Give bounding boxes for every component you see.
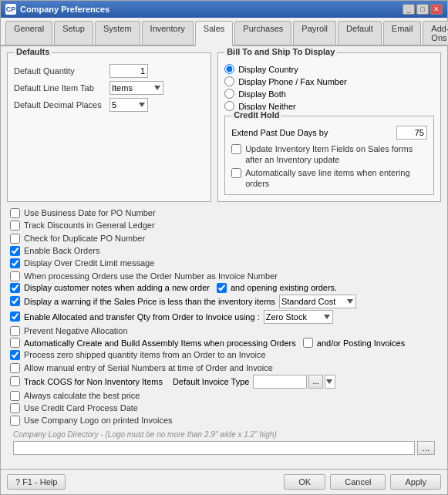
display-warning-label: Display a warning if the Sales Price is … <box>24 297 275 306</box>
display-neither-label: Display Neither <box>238 102 296 111</box>
invoice-type-dropdown-button[interactable] <box>325 375 335 389</box>
prevent-negative-label: Prevent Negative Allocation <box>24 325 128 336</box>
display-customer-notes-label: Display customer notes when adding a new… <box>24 283 210 292</box>
credit-card-date-checkbox[interactable] <box>10 403 20 413</box>
help-button[interactable]: ? F1 - Help <box>7 474 66 490</box>
allow-manual-serial-label: Allow manual entry of Serial Numbers at … <box>24 362 273 373</box>
auto-save-line-items-checkbox[interactable] <box>231 168 241 178</box>
credit-hold-group: Credit Hold Extend Past Due Days by Upda… <box>224 116 434 195</box>
close-button[interactable]: ✕ <box>430 4 443 15</box>
default-line-item-label: Default Line Item Tab <box>14 83 106 93</box>
display-warning-checkbox[interactable] <box>10 296 20 306</box>
posting-invoices-checkbox[interactable] <box>303 338 313 348</box>
best-price-label: Always calculate the best price <box>24 390 140 401</box>
checkboxes-section: Use Business Date for PO Number Track Di… <box>7 207 441 455</box>
tab-email[interactable]: Email <box>383 21 422 45</box>
display-country-label: Display Country <box>238 65 298 74</box>
tab-addons[interactable]: Add-Ons <box>423 21 448 45</box>
defaults-title: Defaults <box>14 47 52 56</box>
prevent-negative-checkbox[interactable] <box>10 326 20 336</box>
minimize-button[interactable]: _ <box>403 4 415 15</box>
display-customer-notes-checkbox[interactable] <box>10 283 20 293</box>
enable-back-orders-checkbox[interactable] <box>10 246 20 256</box>
company-logo-checkbox[interactable] <box>10 416 20 426</box>
enable-back-orders-label: Enable Back Orders <box>24 245 99 256</box>
track-discounts-checkbox[interactable] <box>10 221 20 231</box>
use-business-date-label: Use Business Date for PO Number <box>24 207 156 218</box>
title-bar: CP Company Preferences _ □ ✕ <box>1 1 447 18</box>
enable-allocated-label: Enable Allocated and transfer Qty from O… <box>24 312 260 322</box>
ok-button[interactable]: OK <box>284 474 325 490</box>
tab-setup[interactable]: Setup <box>54 21 93 45</box>
posting-invoices-label: and/or Posting Invoices <box>317 338 405 348</box>
apply-button[interactable]: Apply <box>390 474 441 490</box>
cancel-button[interactable]: Cancel <box>330 474 386 490</box>
help-icon: ? <box>15 477 20 487</box>
tab-general[interactable]: General <box>5 21 52 45</box>
update-inventory-label: Update Inventory Item Fields on Sales fo… <box>245 143 427 166</box>
check-duplicate-po-label: Check for Duplicate PO Number <box>24 233 145 244</box>
default-decimal-label: Default Decimal Places <box>14 100 106 109</box>
tab-default[interactable]: Default <box>338 21 382 45</box>
title-buttons: _ □ ✕ <box>403 4 443 15</box>
track-cogs-label: Track COGS for Non Inventory Items <box>24 377 163 386</box>
display-both-radio[interactable] <box>224 89 234 99</box>
display-both-label: Display Both <box>238 89 286 99</box>
opening-existing-orders-checkbox[interactable] <box>217 283 227 293</box>
credit-hold-title: Credit Hold <box>231 110 281 120</box>
company-logo-label: Use Company Logo on printed Invoices <box>24 415 173 426</box>
maximize-button[interactable]: □ <box>416 4 429 15</box>
use-order-number-label: When processing Orders use the Order Num… <box>24 271 278 281</box>
logo-directory-label: Company Logo Directory - (Logo must be n… <box>13 430 435 439</box>
tab-purchases[interactable]: Purchases <box>234 21 291 45</box>
logo-path-input[interactable] <box>13 441 415 455</box>
check-duplicate-po-checkbox[interactable] <box>10 234 20 244</box>
auto-create-assembly-checkbox[interactable] <box>10 338 20 348</box>
auto-create-assembly-label: Automatically Create and Build Assembly … <box>24 338 296 348</box>
track-cogs-checkbox[interactable] <box>10 376 20 386</box>
invoice-type-browse-button[interactable]: ... <box>308 375 322 389</box>
warning-cost-select[interactable]: Standard Cost Average Cost Last Cost <box>279 295 356 308</box>
track-discounts-label: Track Discounts in General Ledger <box>24 220 155 231</box>
content-area: Defaults Default Quantity Default Line I… <box>1 46 447 469</box>
use-order-number-checkbox[interactable] <box>10 271 20 281</box>
bill-to-group: Bill To and Ship To Display Display Coun… <box>217 52 441 202</box>
app-icon: CP <box>5 4 16 15</box>
tab-system[interactable]: System <box>95 21 140 45</box>
display-phone-radio[interactable] <box>224 76 234 86</box>
defaults-group: Defaults Default Quantity Default Line I… <box>7 52 211 202</box>
main-window: CP Company Preferences _ □ ✕ General Set… <box>0 0 448 495</box>
update-inventory-checkbox[interactable] <box>231 144 241 154</box>
tab-bar: General Setup System Inventory Sales Pur… <box>1 18 447 46</box>
tab-payroll[interactable]: Payroll <box>293 21 336 45</box>
credit-card-date-label: Use Credit Card Process Date <box>24 402 138 413</box>
process-zero-shipped-checkbox[interactable] <box>10 350 20 360</box>
default-line-item-select[interactable]: Items <box>109 81 163 95</box>
default-quantity-label: Default Quantity <box>14 66 106 76</box>
default-decimal-select[interactable]: 5 <box>109 98 148 112</box>
logo-section: Company Logo Directory - (Logo must be n… <box>10 430 438 455</box>
default-invoice-type-label: Default Invoice Type <box>173 377 249 386</box>
best-price-checkbox[interactable] <box>10 391 20 401</box>
allocated-stock-select[interactable]: Zero Stock Available Stock <box>264 310 333 324</box>
use-business-date-checkbox[interactable] <box>10 208 20 218</box>
invoice-type-input[interactable] <box>253 375 307 389</box>
bill-to-title: Bill To and Ship To Display <box>224 47 337 56</box>
tab-sales[interactable]: Sales <box>195 21 234 46</box>
allow-manual-serial-checkbox[interactable] <box>10 363 20 373</box>
display-over-credit-checkbox[interactable] <box>10 258 20 268</box>
default-quantity-input[interactable] <box>109 64 148 78</box>
tab-inventory[interactable]: Inventory <box>142 21 194 45</box>
window-title: Company Preferences <box>20 5 109 14</box>
display-over-credit-label: Display Over Credit Limit message <box>24 258 154 268</box>
logo-browse-button[interactable]: ... <box>417 441 435 455</box>
bottom-bar: ? F1 - Help OK Cancel Apply <box>1 469 447 494</box>
opening-existing-orders-label: and opening existing orders. <box>231 283 337 292</box>
help-label: F1 - Help <box>22 477 57 487</box>
auto-save-line-items-label: Automatically save line items when enter… <box>245 167 427 190</box>
enable-allocated-checkbox[interactable] <box>10 311 20 322</box>
process-zero-shipped-label: Process zero shipped quantity items from… <box>24 349 266 360</box>
extend-label: Extend Past Due Days by <box>231 128 328 137</box>
display-country-radio[interactable] <box>224 64 234 74</box>
extend-days-input[interactable] <box>396 126 427 140</box>
